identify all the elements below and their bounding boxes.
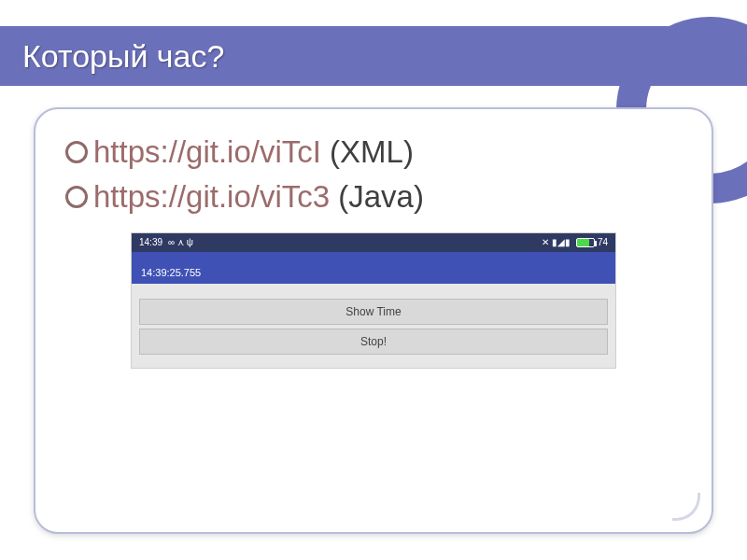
stop-button[interactable]: Stop! <box>139 329 608 355</box>
android-screenshot: 14:39 ∞ ⋏ ψ ✕ ▮◢▮ 74 14:39:25.755 Show T… <box>131 232 616 369</box>
bullet-list: https://git.io/viTcI (XML) https://git.i… <box>62 130 685 219</box>
status-icons-right: ✕ ▮◢▮ <box>542 237 571 247</box>
show-time-button[interactable]: Show Time <box>139 299 608 325</box>
decorative-corner <box>672 493 700 521</box>
battery-level: 74 <box>598 237 608 247</box>
android-status-bar: 14:39 ∞ ⋏ ψ ✕ ▮◢▮ 74 <box>132 233 615 252</box>
status-time: 14:39 <box>139 237 162 247</box>
link-tag: (Java) <box>330 179 424 214</box>
link-java[interactable]: https://git.io/viTc3 <box>93 179 330 214</box>
link-tag: (XML) <box>321 134 414 169</box>
battery-icon: 74 <box>576 237 608 247</box>
android-body: Show Time Stop! <box>132 284 615 368</box>
list-item: https://git.io/viTc3 (Java) <box>62 175 685 219</box>
list-item: https://git.io/viTcI (XML) <box>62 130 685 175</box>
content-card: https://git.io/viTcI (XML) https://git.i… <box>34 107 713 534</box>
link-xml[interactable]: https://git.io/viTcI <box>93 134 321 169</box>
android-app-bar: 14:39:25.755 <box>132 252 615 284</box>
slide-title: Который час? <box>22 38 224 75</box>
status-icons-left: ∞ ⋏ ψ <box>168 237 193 247</box>
appbar-time-label: 14:39:25.755 <box>141 267 201 278</box>
